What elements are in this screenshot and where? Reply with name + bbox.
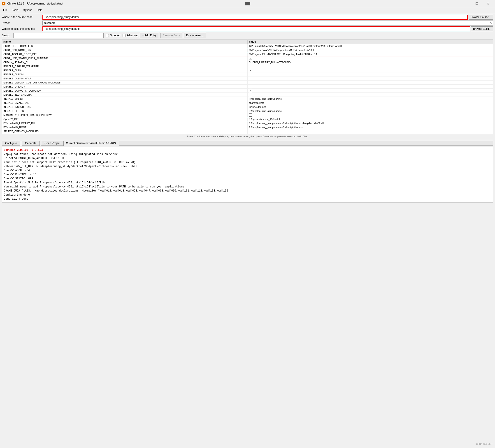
maximize-button[interactable]: ☐ [471, 0, 482, 7]
log-area: Darknet_VERSION: 0.2.5.4vcpkg not found,… [2, 147, 493, 203]
row-value: F:/deeplearning_study/darknet/3rdparty/p… [248, 125, 493, 129]
row-name: ENABLE_CUDNN [2, 72, 248, 76]
table-row[interactable]: ENABLE_VCPKG_INTEGRATION [2, 89, 493, 93]
row-name: CUDNN_LIBRARY_DLL [2, 60, 248, 64]
row-checkbox[interactable] [249, 73, 252, 76]
row-checkbox[interactable] [249, 113, 252, 117]
advanced-label: Advanced [126, 34, 138, 37]
table-row[interactable]: CUDA_HOST_COMPILER$(VCInstallDir)Tools/M… [2, 44, 493, 48]
search-label: Search: [2, 34, 11, 37]
table-row[interactable]: ENABLE_DEPLOY_CUSTOM_CMAKE_MODULES [2, 80, 493, 85]
row-value [248, 72, 493, 76]
source-input[interactable] [42, 15, 468, 20]
menu-help[interactable]: Help [35, 8, 45, 13]
row-name: OpenCV_DIR [2, 117, 248, 121]
browse-build-button[interactable]: Browse Build... [471, 26, 493, 31]
log-line: Your setup does not support half precisi… [4, 160, 491, 164]
table-row[interactable]: CUDA_SDK_ROOT_DIRC:/ProgramData/NVIDIA C… [2, 48, 493, 52]
row-name: ENABLE_VCPKG_INTEGRATION [2, 89, 248, 92]
row-value: F:/opencv/opencv_450install [248, 117, 493, 121]
row-name: ENABLE_DEPLOY_CUSTOM_CMAKE_MODULES [2, 80, 248, 84]
header-name: Name [2, 40, 248, 44]
table-body: CUDA_HOST_COMPILER$(VCInstallDir)Tools/M… [2, 44, 493, 134]
row-checkbox[interactable] [249, 77, 252, 80]
row-name: INSTALL_LIB_DIR [2, 109, 248, 113]
grouped-checkbox[interactable] [106, 34, 109, 37]
remove-entry-button[interactable]: Remove Entry [160, 33, 182, 38]
row-name: CUDA_USE_STATIC_CUDA_RUNTIME [2, 56, 248, 60]
environment-button[interactable]: Environment... [184, 33, 206, 38]
collapse-button[interactable]: — [245, 2, 250, 5]
row-name: ENABLE_OPENCV [2, 85, 248, 88]
table-row[interactable]: ENABLE_CUDNN [2, 72, 493, 77]
row-name: CUDA_HOST_COMPILER [2, 44, 248, 48]
build-input[interactable] [42, 26, 470, 31]
row-name: ENABLE_CUDA [2, 68, 248, 72]
row-value: F:/deeplearning_study/darknet [248, 97, 493, 101]
toolbar: Search: Grouped Advanced + Add Entry Rem… [2, 32, 493, 39]
row-value: F:/deeplearning_study/darknet [248, 109, 493, 113]
configure-button[interactable]: Configure [2, 141, 20, 146]
add-entry-button[interactable]: + Add Entry [140, 33, 159, 38]
row-value: share/darknet [248, 101, 493, 105]
table-header: Name Value [2, 40, 493, 44]
row-name: INSTALL_INCLUDE_DIR [2, 105, 248, 109]
row-name: CUDA_TOOLKIT_ROOT_DIR [2, 52, 248, 56]
source-label: Where is the source code: [2, 15, 42, 19]
table-row[interactable]: ENABLE_CUDA [2, 68, 493, 72]
menu-options[interactable]: Options [21, 8, 34, 13]
row-checkbox[interactable] [249, 85, 252, 88]
row-checkbox[interactable] [249, 81, 252, 84]
bottom-toolbar: Configure Generate Open Project Current … [2, 140, 493, 147]
source-row: Where is the source code: Browse Source.… [2, 15, 493, 20]
row-name: INSTALL_CMAKE_DIR [2, 101, 248, 105]
menu-tools[interactable]: Tools [10, 8, 21, 13]
table-row[interactable]: OpenCV_DIRF:/opencv/opencv_450install [2, 117, 493, 121]
row-name: SELECT_OPENCV_MODULES [2, 129, 248, 133]
row-name: PThreads4W_ROOT [2, 125, 248, 129]
generate-button[interactable]: Generate [22, 141, 40, 146]
row-value [248, 129, 493, 133]
open-project-button[interactable]: Open Project [41, 141, 64, 146]
row-checkbox[interactable] [249, 93, 252, 96]
table-row[interactable]: PThreads4W_LIBRARY_DLLF:/deeplearning_st… [2, 121, 493, 125]
close-button[interactable]: ✕ [483, 0, 493, 7]
row-checkbox[interactable] [249, 57, 252, 60]
row-checkbox[interactable] [249, 65, 252, 68]
row-checkbox[interactable] [249, 89, 252, 92]
preset-select[interactable]: <custom> [42, 21, 493, 26]
table-row[interactable]: ENABLE_OPENCV [2, 85, 493, 89]
table-row[interactable]: ENABLE_CUDNN_HALF [2, 77, 493, 80]
row-value [248, 89, 493, 92]
table-row[interactable]: CUDA_USE_STATIC_CUDA_RUNTIME [2, 56, 493, 60]
advanced-checkbox[interactable] [123, 34, 125, 37]
table-row[interactable]: ENABLE_ZED_CAMERA [2, 93, 493, 97]
cmake-table: Name Value CUDA_HOST_COMPILER$(VCInstall… [2, 40, 493, 134]
row-checkbox[interactable] [249, 69, 252, 72]
table-row[interactable]: INSTALL_CMAKE_DIRshare/darknet [2, 101, 493, 105]
row-name: MANUALLY_EXPORT_TRACK_OPTFLOW [2, 113, 248, 117]
table-row[interactable]: INSTALL_BIN_DIRF:/deeplearning_study/dar… [2, 97, 493, 101]
row-name: ENABLE_CSHARP_WRAPPER [2, 64, 248, 68]
row-checkbox[interactable] [249, 130, 252, 133]
table-row[interactable]: CUDNN_LIBRARY_DLLCUDNN_LIBRARY_DLL-NOTFO… [2, 60, 493, 64]
minimize-button[interactable]: — [460, 0, 471, 7]
table-row[interactable]: INSTALL_LIB_DIRF:/deeplearning_study/dar… [2, 109, 493, 113]
table-row[interactable]: PThreads4W_ROOTF:/deeplearning_study/dar… [2, 125, 493, 129]
table-row[interactable]: CUDA_TOOLKIT_ROOT_DIRC:/Program Files/NV… [2, 52, 493, 56]
log-line: OpenCV ARCH: x64 [4, 169, 491, 172]
row-value [248, 77, 493, 80]
row-value [248, 64, 493, 68]
table-row[interactable]: ENABLE_CSHARP_WRAPPER [2, 64, 493, 68]
table-row[interactable]: MANUALLY_EXPORT_TRACK_OPTFLOW [2, 113, 493, 117]
table-row[interactable]: INSTALL_INCLUDE_DIRinclude/darknet [2, 105, 493, 109]
table-row[interactable]: SELECT_OPENCV_MODULES [2, 129, 493, 133]
search-input[interactable] [13, 33, 104, 38]
menu-file[interactable]: File [1, 8, 10, 13]
row-value [248, 80, 493, 84]
row-value: C:/ProgramData/NVIDIA Corporation/CUDA S… [248, 48, 493, 52]
row-value: C:/Program Files/NVIDIA GPU Computing To… [248, 52, 493, 56]
log-line: Darknet_VERSION: 0.2.5.4 [4, 148, 491, 152]
browse-source-button[interactable]: Browse Source... [468, 15, 493, 20]
log-line: OpenCV STATIC: OFF [4, 177, 491, 181]
